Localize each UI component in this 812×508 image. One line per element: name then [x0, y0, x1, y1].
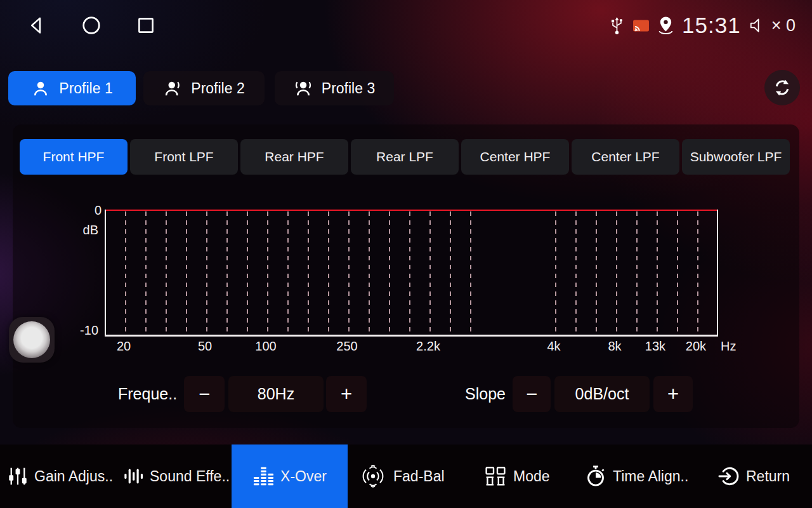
- status-bar: 15:31 × 0: [0, 0, 812, 51]
- time-align-stopwatch-icon: [585, 465, 606, 488]
- nav-gain-adjust-label: Gain Adjus..: [34, 468, 113, 485]
- gridline: [328, 211, 329, 335]
- gridline: [636, 211, 638, 335]
- back-button[interactable]: [25, 14, 48, 37]
- nav-time-align-label: Time Align..: [613, 468, 688, 485]
- x-tick-label: 4k: [547, 339, 560, 354]
- floating-volume-knob[interactable]: [9, 317, 55, 363]
- gridline: [247, 211, 248, 335]
- nav-fad-bal-label: Fad-Bal: [393, 468, 445, 485]
- frequency-label: Freque..: [118, 376, 177, 412]
- plot-area[interactable]: [105, 210, 718, 337]
- sound-effect-icon: [123, 467, 143, 486]
- x-tick-label: 20k: [686, 339, 706, 354]
- home-button[interactable]: [80, 14, 103, 37]
- slope-plus-button[interactable]: +: [653, 376, 693, 412]
- tab-center-hpf[interactable]: Center HPF: [461, 139, 569, 175]
- gridline: [389, 211, 390, 335]
- person-icon: [31, 79, 50, 98]
- volume-muted-icon[interactable]: [749, 17, 766, 34]
- gridline: [677, 211, 678, 335]
- gridline: [616, 211, 617, 335]
- gridline: [267, 211, 268, 335]
- home-icon: [80, 14, 103, 37]
- gridline: [596, 211, 597, 335]
- x-tick-label: 8k: [608, 339, 621, 354]
- reset-button[interactable]: [764, 70, 800, 105]
- slope-minus-button[interactable]: −: [513, 376, 551, 412]
- gridline: [186, 211, 187, 335]
- status-icons: 15:31 × 0: [609, 13, 812, 38]
- gridline: [657, 211, 658, 335]
- gridline: [226, 211, 228, 335]
- gridline: [348, 211, 350, 335]
- clock: 15:31: [682, 13, 741, 38]
- nav-fad-bal[interactable]: Fad-Bal: [359, 444, 445, 508]
- frequency-plus-button[interactable]: +: [326, 376, 367, 412]
- frequency-minus-button[interactable]: −: [184, 376, 225, 412]
- xover-equalizer-icon: [252, 466, 274, 486]
- usb-icon: [609, 16, 625, 35]
- frequency-value: 80Hz: [228, 376, 324, 412]
- profile-2-label: Profile 2: [191, 80, 244, 97]
- x-tick-label: 2.2k: [416, 339, 440, 354]
- tab-rear-hpf[interactable]: Rear HPF: [240, 139, 348, 175]
- gridline: [308, 211, 309, 335]
- x-tick-label: 13k: [645, 339, 665, 354]
- gridline: [429, 211, 431, 335]
- location-icon: [657, 16, 674, 35]
- gridline: [166, 211, 167, 335]
- tab-rear-lpf[interactable]: Rear LPF: [351, 139, 459, 175]
- nav-return[interactable]: Return: [718, 444, 790, 508]
- nav-mode[interactable]: Mode: [484, 444, 550, 508]
- y-axis-unit: dB: [73, 223, 98, 237]
- filter-tab-bar: Front HPF Front LPF Rear HPF Rear LPF Ce…: [20, 139, 790, 175]
- head-unit-screen: 15:31 × 0 Profile 1 Profile 2 Profile 3: [0, 0, 812, 508]
- nav-sound-effect[interactable]: Sound Effe..: [123, 444, 230, 508]
- response-curve: [106, 210, 717, 211]
- x-tick-label: 100: [255, 339, 276, 354]
- slope-label: Slope: [465, 376, 506, 412]
- nav-xover[interactable]: X-Over: [232, 444, 348, 508]
- cast-icon: [632, 18, 650, 33]
- x-tick-label: 20: [117, 339, 131, 354]
- nav-sound-effect-label: Sound Effe..: [150, 468, 230, 485]
- back-icon: [26, 15, 48, 36]
- android-nav-buttons: [0, 14, 157, 37]
- recents-button[interactable]: [134, 14, 157, 37]
- gridline: [555, 211, 556, 335]
- bottom-nav-bar: Gain Adjus.. Sound Effe.. X-Over: [0, 444, 812, 508]
- fader-balance-icon: [359, 464, 387, 488]
- nav-return-label: Return: [746, 468, 790, 485]
- y-tick-0db: 0: [76, 203, 102, 218]
- gridline: [287, 211, 289, 335]
- gridline: [145, 211, 147, 335]
- gridline: [206, 211, 207, 335]
- mode-grid-icon: [484, 465, 507, 487]
- gridline: [697, 211, 698, 335]
- nav-mode-label: Mode: [513, 468, 550, 485]
- volume-level: × 0: [771, 16, 796, 36]
- profile-3-tab[interactable]: Profile 3: [275, 71, 394, 105]
- profile-3-label: Profile 3: [322, 80, 375, 97]
- profile-1-label: Profile 1: [59, 80, 112, 97]
- sync-icon: [772, 77, 792, 98]
- nav-gain-adjust[interactable]: Gain Adjus..: [8, 444, 113, 508]
- slope-value: 0dB/oct: [554, 376, 650, 412]
- tab-center-lpf[interactable]: Center LPF: [572, 139, 679, 175]
- person-2-icon: [163, 79, 182, 98]
- profile-1-tab[interactable]: Profile 1: [8, 71, 136, 105]
- return-icon: [718, 465, 740, 488]
- gridline: [369, 211, 370, 335]
- tab-front-lpf[interactable]: Front LPF: [130, 139, 238, 175]
- x-tick-label: 250: [336, 339, 357, 354]
- y-tick-minus10db: -10: [73, 323, 98, 338]
- tab-front-hpf[interactable]: Front HPF: [20, 139, 128, 175]
- x-axis-unit: Hz: [721, 339, 736, 354]
- profile-2-tab[interactable]: Profile 2: [143, 71, 265, 105]
- gridline: [470, 211, 471, 335]
- gridline: [450, 211, 451, 335]
- knob-icon: [13, 321, 50, 358]
- tab-subwoofer-lpf[interactable]: Subwoofer LPF: [682, 139, 790, 175]
- nav-time-align[interactable]: Time Align..: [585, 444, 688, 508]
